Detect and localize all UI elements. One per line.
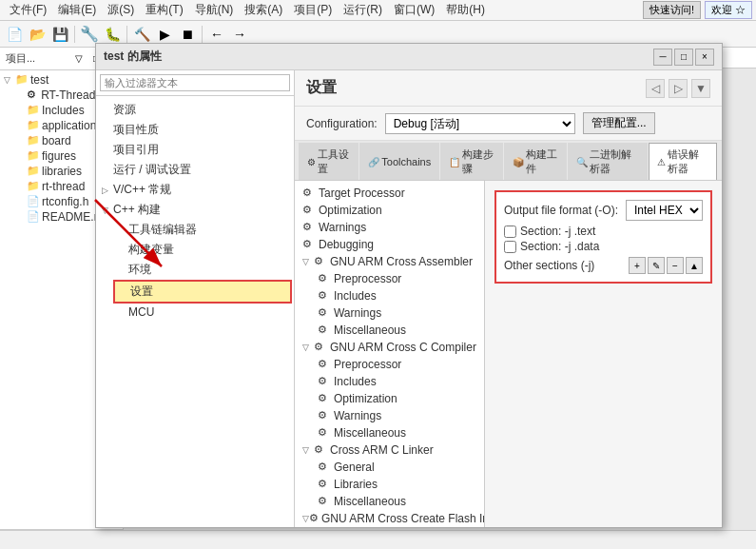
other-sections-buttons: + ✎ − ▲ [629, 257, 703, 274]
cc-includes-label: Includes [334, 375, 377, 388]
tab-binary-parser-label: 二进制解析器 [590, 147, 639, 176]
tool-target-processor[interactable]: ⚙ Target Processor [299, 185, 480, 202]
output-format-select[interactable]: Intel HEX [626, 200, 703, 221]
menu-refactor[interactable]: 重构(T) [140, 0, 188, 20]
header-file-icon: 📄 [27, 195, 40, 208]
dtree-build-vars[interactable]: 构建变量 [113, 240, 292, 260]
figures-icon: 📁 [27, 149, 40, 163]
tool-target-label: Target Processor [319, 186, 405, 200]
settings-back-btn[interactable]: ◁ [646, 79, 665, 98]
tool-gnu-assembler-label: GNU ARM Cross Assembler [330, 255, 473, 268]
toolbar-new-btn[interactable]: 📄 [4, 24, 25, 45]
tool-gnu-arm-c-compiler[interactable]: ▽ ⚙ GNU ARM Cross C Compiler [299, 339, 480, 356]
tab-tool-settings[interactable]: ⚙ 工具设置 [299, 143, 359, 180]
menu-search[interactable]: 搜索(A) [239, 0, 288, 20]
dialog-close-btn[interactable]: × [695, 49, 714, 66]
panel-minimize-icon[interactable]: ▽ [71, 51, 87, 67]
dtree-resources[interactable]: 资源 [98, 100, 292, 120]
dtree-label-settings: 设置 [130, 284, 153, 300]
config-select[interactable]: Debug [活动] [385, 113, 575, 134]
dtree-project-ref[interactable]: 项目引用 [98, 140, 292, 160]
toolbar-back-btn[interactable]: ← [206, 24, 227, 45]
settings-forward-btn[interactable]: ▷ [669, 79, 688, 98]
tool-debugging[interactable]: ⚙ Debugging [299, 236, 480, 253]
tab-build-artifact[interactable]: 📦 构建工件 [504, 143, 567, 180]
settings-menu-btn[interactable]: ▼ [691, 79, 710, 98]
tool-gnu-arm-assembler[interactable]: ▽ ⚙ GNU ARM Cross Assembler [299, 253, 480, 270]
asm-includes[interactable]: ⚙ Includes [314, 287, 480, 304]
asm-preprocessor[interactable]: ⚙ Preprocessor [314, 270, 480, 287]
menu-run[interactable]: 运行(R) [338, 0, 388, 20]
dtree-label-cpp-build: C++ 构建 [113, 202, 161, 218]
cc-optimization[interactable]: ⚙ Optimization [314, 390, 480, 407]
other-sections-del-btn[interactable]: − [667, 257, 684, 274]
asm-misc-icon: ⚙ [318, 324, 331, 337]
tool-cross-arm-linker[interactable]: ▽ ⚙ Cross ARM C Linker [299, 441, 480, 459]
tool-gnu-flash-image[interactable]: ▽ ⚙ GNU ARM Cross Create Flash Image [299, 510, 480, 527]
dtree-toolchain-editor[interactable]: 工具链编辑器 [113, 220, 292, 240]
linker-label: Cross ARM C Linker [330, 443, 434, 457]
menu-window[interactable]: 窗口(W) [388, 0, 440, 20]
menu-edit[interactable]: 编辑(E) [52, 0, 102, 20]
tab-binary-parser[interactable]: 🔍 二进制解析器 [568, 143, 648, 180]
dialog-title: test 的属性 [104, 49, 653, 65]
toolbar-run-btn[interactable]: ▶ [154, 24, 175, 45]
linker-libraries[interactable]: ⚙ Libraries [314, 476, 480, 493]
cc-warnings[interactable]: ⚙ Warnings [314, 407, 480, 424]
settings-nav: ◁ ▷ ▼ [646, 79, 710, 98]
dtree-settings[interactable]: 设置 [113, 280, 292, 304]
tool-warnings[interactable]: ⚙ Warnings [299, 219, 480, 236]
dtree-environment[interactable]: 环境 [113, 260, 292, 280]
dtree-run-debug[interactable]: 运行 / 调试设置 [98, 160, 292, 180]
asm-warnings[interactable]: ⚙ Warnings [314, 304, 480, 322]
dtree-label-buildvars: 构建变量 [128, 242, 174, 258]
other-sections-edit-btn[interactable]: ✎ [648, 257, 665, 274]
target-processor-icon: ⚙ [302, 186, 316, 200]
linker-misc[interactable]: ⚙ Miscellaneous [314, 493, 480, 510]
tab-error-parser[interactable]: ⚠ 错误解析器 [649, 143, 717, 180]
menu-file[interactable]: 文件(F) [4, 0, 52, 20]
asm-warnings-label: Warnings [334, 306, 381, 320]
tool-optimization[interactable]: ⚙ Optimization [299, 202, 480, 219]
other-sections-add-btn[interactable]: + [629, 257, 646, 274]
tab-build-steps[interactable]: 📋 构建步骤 [440, 143, 503, 180]
menu-project[interactable]: 项目(P) [288, 0, 338, 20]
tab-toolchains[interactable]: 🔗 Toolchains [359, 143, 439, 180]
asm-misc[interactable]: ⚙ Miscellaneous [314, 322, 480, 339]
gnu-assembler-icon: ⚙ [314, 255, 327, 268]
toolbar-debug-btn[interactable]: 🐛 [102, 24, 123, 45]
section-j-text-checkbox[interactable] [504, 225, 516, 238]
dtree-vc-common[interactable]: ▷ V/C++ 常规 [98, 180, 292, 200]
welcome-tab[interactable]: 欢迎 ☆ [705, 1, 752, 19]
linker-general[interactable]: ⚙ General [314, 459, 480, 476]
menu-help[interactable]: 帮助(H) [440, 0, 491, 20]
cc-misc[interactable]: ⚙ Miscellaneous [314, 424, 480, 441]
section-j-data-checkbox[interactable] [504, 241, 516, 253]
menu-navigate[interactable]: 导航(N) [189, 0, 240, 20]
dtree-properties[interactable]: 项目性质 [98, 120, 292, 140]
dialog-titlebar: test 的属性 ─ □ × [96, 44, 722, 70]
board-icon: 📁 [27, 134, 40, 147]
dtree-label-properties: 项目性质 [113, 122, 159, 138]
settings-header: 设置 ◁ ▷ ▼ [295, 70, 722, 107]
toolbar-save-btn[interactable]: 💾 [49, 24, 70, 45]
dialog-minimize-btn[interactable]: ─ [653, 49, 672, 66]
toolbar-build-btn[interactable]: 🔨 [131, 24, 152, 45]
cc-includes[interactable]: ⚙ Includes [314, 373, 480, 390]
cc-preprocessor[interactable]: ⚙ Preprocessor [314, 356, 480, 373]
toolbar-tool-btn[interactable]: 🔧 [79, 24, 100, 45]
menu-source[interactable]: 源(S) [102, 0, 140, 20]
toolbar-stop-btn[interactable]: ⏹ [177, 24, 198, 45]
dialog-maximize-btn[interactable]: □ [674, 49, 693, 66]
project-tab-label[interactable]: 项目... [2, 49, 39, 68]
dtree-cpp-build[interactable]: ▽ C++ 构建 [98, 200, 292, 220]
tool-debugging-label: Debugging [319, 238, 374, 251]
build-artifact-icon: 📦 [513, 157, 524, 167]
cc-preprocessor-label: Preprocessor [334, 358, 401, 371]
toolbar-forward-btn[interactable]: → [229, 24, 250, 45]
toolbar-open-btn[interactable]: 📂 [27, 24, 48, 45]
dtree-mcu[interactable]: MCU [113, 304, 292, 321]
manage-config-btn[interactable]: 管理配置... [583, 112, 655, 134]
filter-input[interactable] [100, 74, 290, 91]
other-sections-up-btn[interactable]: ▲ [686, 257, 703, 274]
